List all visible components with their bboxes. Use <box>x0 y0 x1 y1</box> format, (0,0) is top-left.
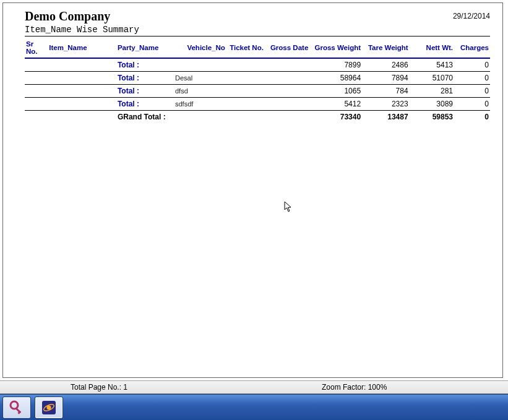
gw-cell: 7899 <box>309 58 362 72</box>
grand-total-label: GRand Total : <box>116 111 174 124</box>
key-icon <box>8 399 25 416</box>
grand-gw: 73340 <box>309 111 362 124</box>
report-date: 29/12/2014 <box>453 12 490 20</box>
table-row: Total : 7899 2486 5413 0 <box>25 58 490 72</box>
vehicle-cell: sdfsdf <box>174 98 226 111</box>
col-charges: Charges <box>454 36 490 58</box>
gw-cell: 5412 <box>309 98 362 111</box>
taskbar-app-browser[interactable] <box>35 396 63 419</box>
col-tareweight: Tare Weight <box>362 36 410 58</box>
report-page: Demo Company 29/12/2014 Item_Name Wise S… <box>2 2 503 378</box>
nw-cell: 5413 <box>410 58 454 72</box>
col-grossdate: Gross Date <box>265 36 309 58</box>
col-grossweight: Gross Weight <box>309 36 362 58</box>
table-header-row: Sr No. Item_Name Party_Name Vehicle_No T… <box>25 36 490 58</box>
total-label: Total : <box>116 98 174 111</box>
grand-chg: 0 <box>454 111 490 124</box>
table-row: Total : dfsd 1065 784 281 0 <box>25 85 490 98</box>
vehicle-cell <box>174 58 226 72</box>
total-label: Total : <box>116 85 174 98</box>
tw-cell: 2323 <box>362 98 410 111</box>
col-vehicle: Vehicle_No <box>174 36 226 58</box>
svg-point-5 <box>47 406 51 410</box>
grand-tw: 13487 <box>362 111 410 124</box>
chg-cell: 0 <box>454 98 490 111</box>
grand-total-row: GRand Total : 73340 13487 59853 0 <box>25 111 490 124</box>
vehicle-cell: Desal <box>174 72 226 85</box>
total-label: Total : <box>116 72 174 85</box>
nw-cell: 51070 <box>410 72 454 85</box>
vehicle-cell: dfsd <box>174 85 226 98</box>
table-row: Total : sdfsdf 5412 2323 3089 0 <box>25 98 490 111</box>
tw-cell: 2486 <box>362 58 410 72</box>
company-name: Demo Company <box>25 9 110 24</box>
col-party: Party_Name <box>116 36 174 58</box>
nw-cell: 3089 <box>410 98 454 111</box>
status-bar: Total Page No.: 1 Zoom Factor: 100% <box>0 380 508 394</box>
report-subtitle: Item_Name Wise Summary <box>25 25 490 36</box>
chg-cell: 0 <box>454 85 490 98</box>
col-ticket: Ticket No. <box>226 36 265 58</box>
total-label: Total : <box>116 58 174 72</box>
taskbar-app-access[interactable] <box>2 396 31 419</box>
chg-cell: 0 <box>454 72 490 85</box>
table-row: Total : Desal 58964 7894 51070 0 <box>25 72 490 85</box>
nw-cell: 281 <box>410 85 454 98</box>
summary-table: Sr No. Item_Name Party_Name Vehicle_No T… <box>25 36 490 123</box>
col-item: Item_Name <box>48 36 116 58</box>
col-nettwt: Nett Wt. <box>410 36 454 58</box>
col-srno: Sr No. <box>25 36 48 58</box>
status-zoom: Zoom Factor: 100% <box>322 383 446 392</box>
grand-nw: 59853 <box>410 111 454 124</box>
gw-cell: 58964 <box>309 72 362 85</box>
gw-cell: 1065 <box>309 85 362 98</box>
tw-cell: 7894 <box>362 72 410 85</box>
tw-cell: 784 <box>362 85 410 98</box>
chg-cell: 0 <box>454 58 490 72</box>
report-viewport: Demo Company 29/12/2014 Item_Name Wise S… <box>0 0 508 380</box>
orbit-icon <box>40 399 58 416</box>
status-pages: Total Page No.: 1 <box>37 383 161 392</box>
taskbar <box>0 394 508 420</box>
